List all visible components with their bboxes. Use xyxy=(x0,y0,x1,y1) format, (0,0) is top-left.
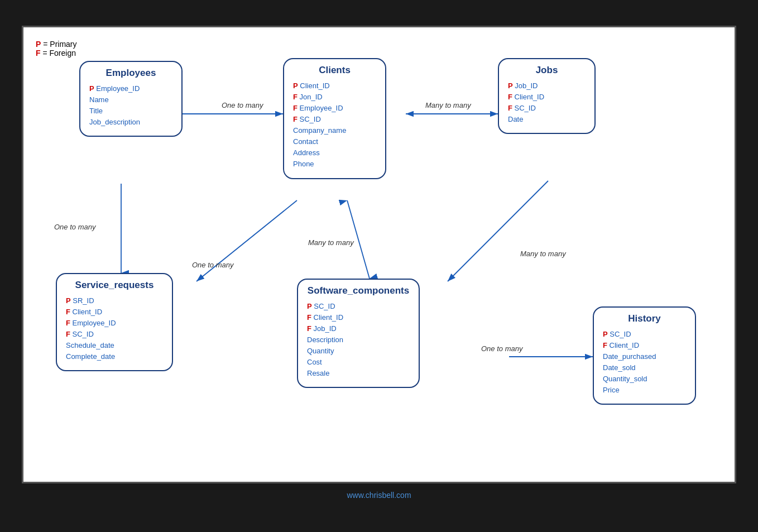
employees-fields: P Employee_ID Name Title Job_description xyxy=(89,83,172,128)
rel-clients-softwarecomp: Many to many xyxy=(308,238,354,247)
employees-title: Employees xyxy=(89,68,172,79)
legend-f-label: = Foreign xyxy=(42,49,76,57)
diagram-container: P = Primary F = Foreign xyxy=(22,26,736,483)
rel-jobs-softwarecomp: Many to many xyxy=(520,250,566,258)
footer: www.chrisbell.com xyxy=(22,483,736,507)
svg-line-9 xyxy=(448,181,548,281)
entity-software-components: Software_components P SC_ID F Client_ID … xyxy=(297,279,420,389)
rel-softwarecomp-history: One to many xyxy=(481,344,522,353)
jobs-title: Jobs xyxy=(508,65,586,76)
software-components-fields: P SC_ID F Client_ID F Job_ID Description… xyxy=(307,301,410,380)
entity-employees: Employees P Employee_ID Name Title Job_d… xyxy=(79,61,183,137)
software-components-title: Software_components xyxy=(307,285,410,296)
history-title: History xyxy=(603,313,686,324)
rel-employees-clients: One to many xyxy=(222,101,263,109)
history-fields: P SC_ID F Client_ID Date_purchased Date_… xyxy=(603,329,686,396)
jobs-fields: P Job_ID F Client_ID F SC_ID Date xyxy=(508,80,586,126)
rel-clients-jobs: Many to many xyxy=(425,101,471,109)
service-requests-fields: P SR_ID F Client_ID F Employee_ID F SC_I… xyxy=(66,295,163,363)
rel-clients-servicereq: One to many xyxy=(192,261,233,269)
legend-p-prefix: P xyxy=(36,40,41,49)
service-requests-title: Service_requests xyxy=(66,280,163,291)
clients-fields: P Client_ID F Jon_ID F Employee_ID F SC_… xyxy=(293,80,376,170)
legend: P = Primary F = Foreign xyxy=(36,40,77,57)
legend-f-prefix: F xyxy=(36,49,41,57)
entity-clients: Clients P Client_ID F Jon_ID F Employee_… xyxy=(283,58,386,179)
entity-jobs: Jobs P Job_ID F Client_ID F SC_ID Date xyxy=(498,58,596,135)
rel-employees-servicereq: One to many xyxy=(54,223,95,231)
entity-service-requests: Service_requests P SR_ID F Client_ID F E… xyxy=(56,273,173,372)
svg-line-7 xyxy=(196,200,297,281)
footer-link[interactable]: www.chrisbell.com xyxy=(347,491,411,500)
entity-history: History P SC_ID F Client_ID Date_purchas… xyxy=(593,306,696,405)
clients-title: Clients xyxy=(293,65,376,76)
legend-p-label: = Primary xyxy=(43,40,76,49)
